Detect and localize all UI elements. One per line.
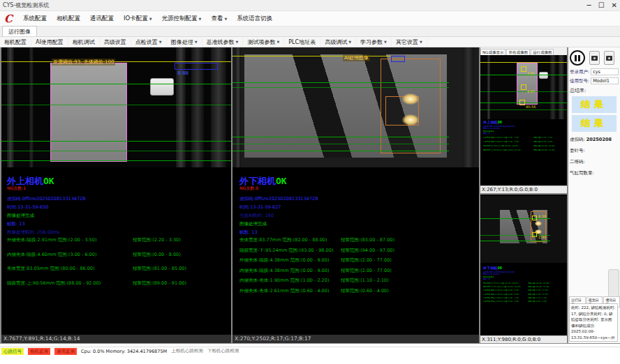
toolbar-button-label: 高级调试 bbox=[325, 38, 347, 46]
toolbar-button[interactable]: AI使用配置 bbox=[31, 38, 68, 46]
vcode-line: 虚拟码:0ffline2025020813313472B bbox=[239, 196, 318, 202]
camera-icon bbox=[591, 56, 598, 61]
menu-item-label: IO卡配置 bbox=[124, 15, 148, 23]
menu-item[interactable]: 查看 ▼ bbox=[206, 15, 232, 23]
toolbar-button[interactable]: 学习参数 ▼ bbox=[356, 38, 392, 46]
measurement-value: 壳体宽度:83.05mm 范围:(80.00 - 86.00) bbox=[7, 266, 94, 272]
login-user-label: 登录用户: bbox=[570, 69, 589, 75]
camera-name: 外上相机 bbox=[7, 176, 43, 186]
pause-button[interactable] bbox=[570, 50, 585, 66]
alarm-range: 报警范围:(0.00 - 8.00) bbox=[133, 252, 181, 258]
toolbar-button[interactable]: 相机调试 bbox=[68, 38, 100, 46]
alarm-range: 报警范围:(94.00 - 97.00) bbox=[341, 248, 394, 254]
alarm-range: 报警范围:(89.00 - 91.00) bbox=[133, 280, 186, 287]
result-ok: OK bbox=[276, 176, 287, 186]
threshold-label: 灰度阈值:93, 壳体阈值:100 bbox=[52, 59, 115, 66]
done-line: 图像处理完成 bbox=[239, 221, 267, 227]
thumbnail-overlay-upper: 外上相机OK 虚拟码:0ffline2025020813313472B 时间:1… bbox=[483, 120, 567, 153]
thumbnail-tabs: NG成像显示 所有成像图 运行成像图 bbox=[480, 47, 567, 55]
login-user-field: 登录用户: cys bbox=[570, 68, 619, 75]
defect-marker bbox=[532, 215, 537, 220]
login-user-input[interactable]: cys bbox=[591, 68, 619, 75]
measurement-row: 隔膜宽度-下:95.24mm 范围:(93.00 - 98.00) 报警范围:(… bbox=[239, 248, 477, 254]
camera-view-upper[interactable]: 灰度阈值:93, 壳体阈值:100 B:88 外上相机OK NG次数:1 虚拟码… bbox=[1, 47, 231, 343]
menu-item[interactable]: 系统配置 bbox=[18, 15, 52, 23]
menu-item-label: 相机配置 bbox=[57, 15, 80, 23]
toolbar-button[interactable]: 测试项参数 ▼ bbox=[243, 38, 284, 46]
model-input[interactable]: Model1 bbox=[591, 77, 619, 84]
led-glow bbox=[402, 93, 419, 105]
measurement-value: 壳体宽度:83.77mm 范围:(82.00 - 88.00) bbox=[239, 237, 327, 243]
close-icon[interactable]: ✕ bbox=[612, 1, 617, 10]
measurement-row: 隔膜宽度-上:90.56mm 范围:(88.00 - 92.00) 报警范围:(… bbox=[7, 280, 227, 287]
pause-icon bbox=[575, 55, 577, 61]
connector-part bbox=[150, 78, 174, 96]
toolbar-button[interactable]: PLC地址表 bbox=[284, 38, 320, 46]
right-sidebar: 登录用户: cys 使用型号: Model1 总结果: 结果 结果 虚拟码: 2… bbox=[568, 47, 620, 343]
toolbar-button[interactable]: 相机配置 bbox=[0, 38, 31, 46]
menu-item[interactable]: 光源控制配置 ▼ bbox=[157, 15, 207, 23]
time-line: 时间:13-31-59-650 bbox=[7, 204, 48, 211]
ng-thumbnail-view-upper[interactable]: NG成像显示 所有成像图 运行成像图 2. bbox=[480, 47, 567, 193]
frames-line: 帧数: 13 bbox=[7, 221, 25, 227]
camera-view-lower[interactable]: AI处理图像 外下相机OK NG次数:0 虚拟码:0ffline20250208… bbox=[232, 47, 479, 343]
app-window: CYS-视觉检测系统 ─ ☐ ✕ C 系统配置 相机配置 通 bbox=[0, 0, 620, 364]
alarm-range: 报警范围:(2.00 - 77.00) bbox=[341, 268, 392, 274]
ng-thumbnail-view-lower[interactable]: 4.38 1.90 外下相机OK 虚拟码:0ffline202502081331… bbox=[480, 195, 567, 343]
camera-monitor-badge: 相机监测 bbox=[28, 348, 50, 355]
toolbar-button[interactable]: 基准线参数 ▼ bbox=[202, 38, 244, 46]
comm-monitor-badge: 通讯监测 bbox=[54, 348, 77, 355]
menu-bar: C 系统配置 相机配置 通讯配置 IO卡配置 bbox=[0, 11, 620, 26]
camera-upper-button[interactable] bbox=[589, 51, 600, 65]
pixel-coord-readout-thumb-lower: X:311;Y:980;R:0;G:0;B:0 bbox=[480, 335, 567, 343]
window-controls: ─ ☐ ✕ bbox=[587, 1, 617, 10]
camera-image-lower: AI处理图像 bbox=[232, 47, 479, 167]
toolbar-button[interactable]: 图像处理 ▼ bbox=[167, 38, 202, 46]
result-boxes: 结果 结果 bbox=[568, 96, 620, 132]
chevron-down-icon: ▼ bbox=[236, 40, 239, 44]
sidebar-buttons bbox=[570, 50, 614, 66]
status-bar: 心跳信号 相机监测 通讯监测 Cpu: 0.0% Memory: 3424.41… bbox=[0, 347, 620, 355]
menu-items: 系统配置 相机配置 通讯配置 IO卡配置 ▼ bbox=[18, 15, 277, 23]
menu-item-label: 系统语言切换 bbox=[237, 15, 272, 23]
toolbar-button[interactable]: 高级调试 ▼ bbox=[320, 38, 356, 46]
defect-marker bbox=[521, 84, 526, 90]
tab-run-image[interactable]: 运行图像 bbox=[2, 26, 37, 36]
window-title: CYS-视觉检测系统 bbox=[0, 1, 49, 9]
log-text-area[interactable]: 耗时: 222, 缺陷检测耗时: 17, 缺陷分类耗时: 0, 缺陷提取分区耗时… bbox=[569, 303, 618, 342]
cylinder-label: 气缸写数量: bbox=[570, 170, 620, 176]
menu-item[interactable]: 通讯配置 bbox=[85, 15, 119, 23]
minimize-icon[interactable]: ─ bbox=[587, 1, 591, 10]
toolbar-button[interactable]: 高级设置 bbox=[100, 38, 131, 46]
menu-item[interactable]: IO卡配置 ▼ bbox=[119, 15, 157, 23]
menu-item[interactable]: 系统语言切换 bbox=[232, 15, 277, 23]
qr-label: 二维码: bbox=[570, 159, 620, 165]
thumbnail-tab[interactable]: NG成像显示 bbox=[480, 49, 505, 55]
toolbar-button-label: 相机配置 bbox=[4, 38, 27, 46]
toolbar-button-label: 高级设置 bbox=[104, 38, 126, 46]
toolbar-button[interactable]: 点检设置 ▼ bbox=[131, 38, 167, 46]
measurement-value: 外侧壳体-隔膜:2.91mm 范围:(2.00 - 3.50) bbox=[7, 237, 96, 243]
toolbar-button-label: PLC地址表 bbox=[288, 38, 316, 46]
alarm-range: 报警范围:(2.20 - 3.30) bbox=[133, 237, 181, 243]
vcode-field: 虚拟码: 20250208 bbox=[570, 137, 620, 143]
maximize-icon[interactable]: ☐ bbox=[598, 1, 605, 10]
measurement-list-upper: 外侧壳体-隔膜:2.91mm 范围:(2.00 - 3.50) 报警范围:(2.… bbox=[7, 237, 227, 294]
chevron-down-icon: ▼ bbox=[224, 17, 227, 21]
thumbnail-tab[interactable]: 运行成像图 bbox=[531, 49, 554, 55]
measurement-value: 内侧壳体-隔膜:4.60mm 范围:(3.00 - 6.00) bbox=[7, 252, 96, 258]
ai-time-line: 当前AI耗时: 160 bbox=[239, 213, 274, 219]
thumbnail-tab[interactable]: 所有成像图 bbox=[506, 49, 530, 55]
led-glow bbox=[402, 114, 419, 126]
result-badge: 结果 bbox=[572, 96, 617, 113]
toolbar-button-label: AI使用配置 bbox=[36, 38, 64, 46]
menu-item[interactable]: 相机配置 bbox=[52, 15, 85, 23]
toolbar-button-label: 相机调试 bbox=[73, 38, 95, 46]
camera-lower-button[interactable] bbox=[604, 51, 614, 65]
defect-marker bbox=[532, 232, 537, 237]
measurement-row: 壳体宽度:83.77mm 范围:(82.00 - 88.00) 报警范围:(83… bbox=[239, 237, 477, 243]
ng-count: NG次数:0 bbox=[239, 185, 258, 192]
pause-icon bbox=[578, 55, 580, 61]
toolbar-button[interactable]: 其它设置 ▼ bbox=[392, 38, 427, 46]
measurement-value: 外侧壳体-壳体:2.61mm 范围:(0.60 - 4.00) bbox=[239, 288, 329, 294]
